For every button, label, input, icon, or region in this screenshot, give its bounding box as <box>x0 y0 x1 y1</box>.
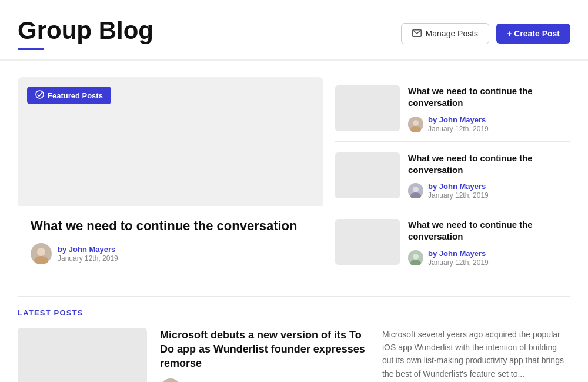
sidebar-post-title-3: What we need to continue the conversatio… <box>408 219 570 243</box>
featured-icon <box>35 90 44 101</box>
create-post-label: + Create Post <box>507 29 560 38</box>
manage-posts-button[interactable]: Manage Posts <box>401 23 490 44</box>
section-divider <box>18 296 570 297</box>
header-left: Group Blog <box>18 16 153 50</box>
sidebar-post-2: What we need to continue the conversatio… <box>335 144 570 209</box>
svg-point-12 <box>413 254 419 260</box>
sidebar-thumb-2 <box>335 152 400 198</box>
latest-avatar-1 <box>160 378 181 382</box>
svg-point-1 <box>36 91 44 98</box>
sidebar-post-info-1: What we need to continue the conversatio… <box>408 85 570 133</box>
sidebar-thumb-3 <box>335 219 400 265</box>
sidebar-thumb-1 <box>335 85 400 131</box>
sidebar-author-date-1: January 12th, 2019 <box>428 125 489 133</box>
featured-hero-content: What we need to continue the conversatio… <box>18 206 323 275</box>
latest-post-main-1: Microsoft debuts a new version of its To… <box>160 328 369 383</box>
sidebar-avatar-2 <box>408 183 423 198</box>
featured-hero-author-row: by John Mayers January 12th, 2019 <box>31 243 310 264</box>
sidebar-author-name-1: by John Mayers <box>428 115 489 124</box>
latest-post-1: Microsoft debuts a new version of its To… <box>18 328 570 383</box>
featured-hero-title: What we need to continue the conversatio… <box>31 218 310 235</box>
sidebar-post-title-2: What we need to continue the conversatio… <box>408 152 570 177</box>
main-content: Featured Posts What we need to continue … <box>0 61 588 382</box>
mail-icon <box>412 29 422 37</box>
sidebar-author-date-3: January 12th, 2019 <box>428 258 489 267</box>
featured-hero-avatar <box>31 243 52 264</box>
sidebar-author-name-2: by John Mayers <box>428 182 489 191</box>
sidebar-post-1: What we need to continue the conversatio… <box>335 77 570 142</box>
sidebar-post-info-2: What we need to continue the conversatio… <box>408 152 570 200</box>
sidebar-author-info-3: by John Mayers January 12th, 2019 <box>428 249 489 267</box>
sidebar-post-title-1: What we need to continue the conversatio… <box>408 85 570 109</box>
featured-hero-post: Featured Posts What we need to continue … <box>18 77 323 275</box>
latest-post-title-1: Microsoft debuts a new version of its To… <box>160 328 369 371</box>
sidebar-post-3: What we need to continue the conversatio… <box>335 211 570 275</box>
sidebar-avatar-3 <box>408 250 423 265</box>
latest-posts-label: LATEST POSTS <box>18 308 570 317</box>
header-actions: Manage Posts + Create Post <box>401 23 570 44</box>
featured-hero-author-name: by John Mayers <box>58 245 118 254</box>
latest-section: LATEST POSTS Microsoft debuts a new vers… <box>18 308 570 383</box>
featured-section: Featured Posts What we need to continue … <box>18 77 570 275</box>
sidebar-avatar-1 <box>408 117 423 132</box>
sidebar-author-row-2: by John Mayers January 12th, 2019 <box>408 182 570 200</box>
featured-hero-author-date: January 12th, 2019 <box>58 254 118 263</box>
latest-post-desc-text-1: Microsoft several years ago acquired the… <box>382 330 564 378</box>
page-title: Group Blog <box>18 16 153 45</box>
sidebar-post-info-3: What we need to continue the conversatio… <box>408 219 570 267</box>
featured-sidebar: What we need to continue the conversatio… <box>335 77 570 275</box>
sidebar-author-date-2: January 12th, 2019 <box>428 191 489 200</box>
svg-point-14 <box>160 378 181 382</box>
sidebar-author-info-2: by John Mayers January 12th, 2019 <box>428 182 489 200</box>
sidebar-author-info-1: by John Mayers January 12th, 2019 <box>428 115 489 133</box>
title-underline <box>18 48 44 50</box>
page-header: Group Blog Manage Posts + Create Post <box>0 0 588 61</box>
latest-thumb-1 <box>18 328 147 383</box>
featured-badge: Featured Posts <box>27 87 111 104</box>
featured-badge-label: Featured Posts <box>48 91 103 100</box>
create-post-button[interactable]: + Create Post <box>496 24 570 44</box>
latest-post-description-1: Microsoft several years ago acquired the… <box>382 328 570 383</box>
sidebar-author-name-3: by John Mayers <box>428 249 489 258</box>
svg-point-3 <box>37 248 45 256</box>
featured-hero-author-info: by John Mayers January 12th, 2019 <box>58 245 118 263</box>
sidebar-author-row-3: by John Mayers January 12th, 2019 <box>408 249 570 267</box>
sidebar-author-row-1: by John Mayers January 12th, 2019 <box>408 115 570 133</box>
svg-point-6 <box>413 120 419 126</box>
latest-author-row-1: by John Mayers January 12th, 2019 <box>160 378 369 382</box>
manage-posts-label: Manage Posts <box>426 29 479 38</box>
svg-point-9 <box>413 187 419 192</box>
